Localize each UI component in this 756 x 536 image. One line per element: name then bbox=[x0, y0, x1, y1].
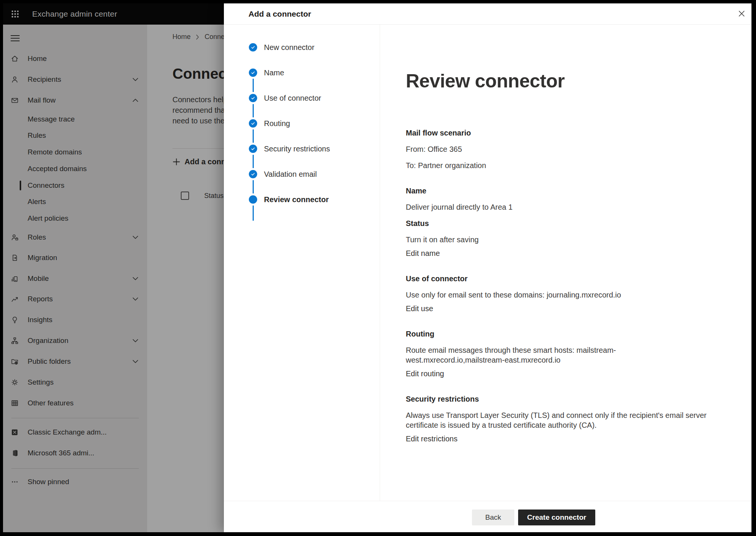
review-label-security: Security restrictions bbox=[406, 394, 710, 404]
step-done-icon bbox=[249, 170, 257, 178]
edit-restrictions-link[interactable]: Edit restrictions bbox=[406, 434, 710, 444]
step-done-icon bbox=[249, 69, 257, 77]
edit-routing-link[interactable]: Edit routing bbox=[406, 369, 710, 379]
review-label-routing: Routing bbox=[406, 329, 710, 339]
dialog-footer: Back Create connector bbox=[224, 501, 751, 532]
edit-use-link[interactable]: Edit use bbox=[406, 304, 710, 313]
wizard-step-name[interactable]: Name bbox=[224, 68, 751, 78]
create-connector-button[interactable]: Create connector bbox=[518, 510, 595, 525]
review-value-routing: Route email messages through these smart… bbox=[406, 345, 710, 365]
app-window: Exchange admin center Home Recipients Ma… bbox=[3, 3, 751, 532]
review-label-status: Status bbox=[406, 218, 710, 228]
edit-name-link[interactable]: Edit name bbox=[406, 248, 710, 258]
review-label-mail-flow-scenario: Mail flow scenario bbox=[406, 128, 710, 138]
step-done-icon bbox=[249, 43, 257, 51]
wizard-step-validation-email[interactable]: Validation email bbox=[224, 169, 751, 179]
review-value-security: Always use Transport Layer Security (TLS… bbox=[406, 410, 710, 430]
review-label-use-of-connector: Use of connector bbox=[406, 274, 710, 284]
step-done-icon bbox=[249, 94, 257, 102]
back-button[interactable]: Back bbox=[472, 510, 514, 525]
wizard-step-security-restrictions[interactable]: Security restrictions bbox=[224, 144, 751, 154]
review-value-use: Use only for email sent to these domains… bbox=[406, 290, 710, 300]
close-icon[interactable] bbox=[737, 9, 746, 18]
add-connector-dialog: Add a connector New connector Name Use o… bbox=[224, 3, 751, 532]
wizard-step-use-of-connector[interactable]: Use of connector bbox=[224, 93, 751, 103]
step-current-icon bbox=[249, 195, 257, 204]
step-done-icon bbox=[249, 119, 257, 128]
review-value-status: Turn it on after saving bbox=[406, 235, 710, 245]
dialog-title: Add a connector bbox=[248, 9, 311, 19]
dialog-header: Add a connector bbox=[224, 3, 751, 25]
wizard-step-new-connector[interactable]: New connector bbox=[224, 42, 751, 52]
step-done-icon bbox=[249, 145, 257, 153]
wizard-step-review-connector[interactable]: Review connector bbox=[224, 195, 751, 204]
wizard-step-routing[interactable]: Routing bbox=[224, 118, 751, 128]
